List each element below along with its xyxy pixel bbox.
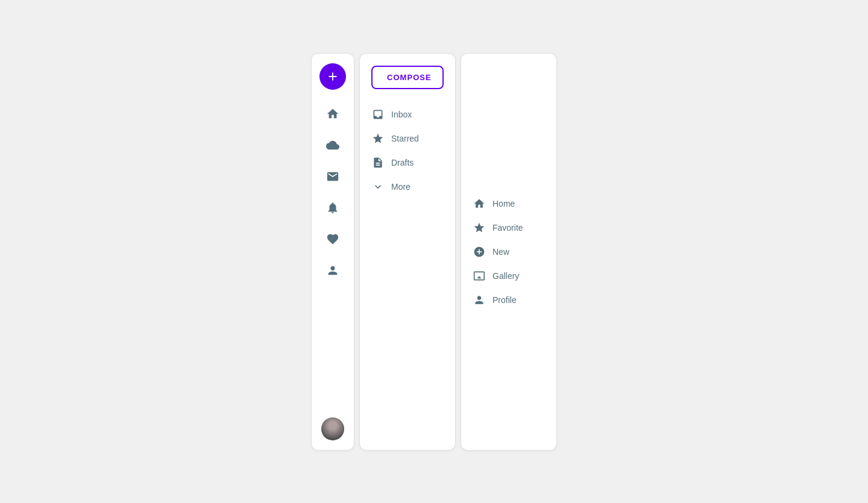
add-button[interactable]	[319, 63, 346, 90]
middle-menu: Inbox Starred Drafts More	[370, 104, 445, 198]
profile-icon	[473, 294, 485, 306]
menu-item-drafts-label: Drafts	[391, 158, 414, 167]
menu-item-starred[interactable]: Starred	[370, 128, 445, 149]
sidebar-panel	[311, 53, 354, 451]
gallery-icon	[473, 270, 485, 282]
compose-button[interactable]: COMPOSE	[371, 66, 444, 89]
mail-icon	[326, 170, 339, 183]
avatar-image	[321, 417, 344, 440]
menu-item-drafts[interactable]: Drafts	[370, 152, 445, 173]
sidebar-icons	[323, 104, 342, 440]
right-menu: Home Favorite New Gallery	[471, 193, 547, 311]
right-menu-favorite[interactable]: Favorite	[471, 217, 547, 239]
bell-icon	[326, 201, 339, 214]
right-panel-bottom-spacer	[471, 311, 547, 438]
right-menu-new[interactable]: New	[471, 241, 547, 263]
right-menu-profile[interactable]: Profile	[471, 289, 547, 311]
sidebar-item-user[interactable]	[323, 261, 342, 280]
sidebar-item-notifications[interactable]	[323, 198, 342, 217]
sidebar-item-mail[interactable]	[323, 167, 342, 186]
menu-item-more-label: More	[391, 182, 410, 192]
avatar[interactable]	[321, 417, 344, 440]
menu-item-inbox[interactable]: Inbox	[370, 104, 445, 125]
right-menu-home[interactable]: Home	[471, 193, 547, 214]
middle-panel: COMPOSE Inbox Starred Drafts	[359, 53, 456, 451]
right-menu-favorite-label: Favorite	[492, 223, 523, 233]
user-icon	[326, 264, 339, 277]
right-panel: Home Favorite New Gallery	[461, 53, 557, 451]
home-icon	[473, 198, 485, 210]
heart-icon	[326, 233, 339, 246]
sidebar-item-home[interactable]	[323, 104, 342, 123]
right-menu-new-label: New	[492, 247, 509, 257]
menu-item-inbox-label: Inbox	[391, 110, 412, 119]
star-icon	[473, 222, 485, 234]
inbox-icon	[372, 108, 384, 120]
menu-item-more[interactable]: More	[370, 176, 445, 198]
panels-container: COMPOSE Inbox Starred Drafts	[311, 53, 557, 451]
menu-item-starred-label: Starred	[391, 134, 419, 143]
cloud-icon	[326, 139, 339, 152]
chevron-down-icon	[372, 181, 384, 193]
plus-circle-icon	[473, 246, 485, 258]
draft-icon	[372, 157, 384, 169]
plus-icon	[326, 70, 339, 83]
home-icon	[326, 107, 339, 120]
sidebar-item-favorites[interactable]	[323, 230, 342, 249]
right-panel-spacer	[471, 66, 547, 193]
right-menu-gallery-label: Gallery	[492, 271, 519, 281]
right-menu-profile-label: Profile	[492, 295, 517, 305]
right-menu-gallery[interactable]: Gallery	[471, 265, 547, 287]
sidebar-item-cloud[interactable]	[323, 136, 342, 155]
right-menu-home-label: Home	[492, 199, 515, 208]
star-icon	[372, 133, 384, 145]
